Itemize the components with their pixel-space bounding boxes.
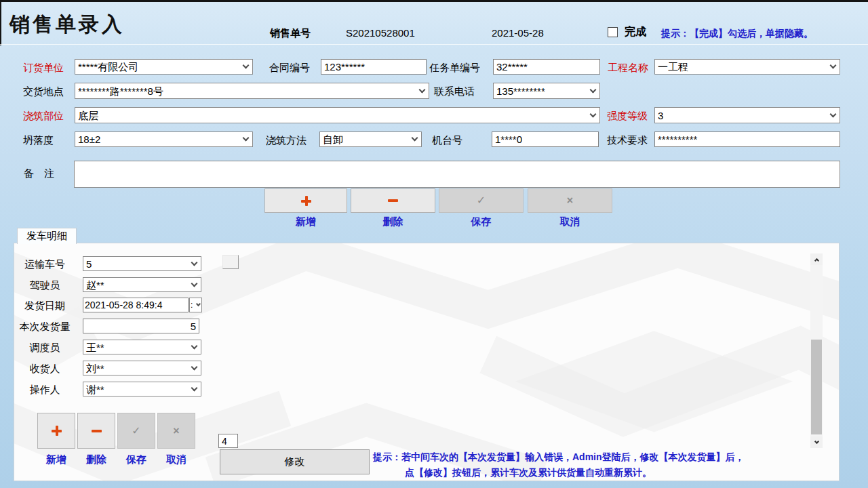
chevron-up-icon bbox=[814, 258, 818, 263]
modify-hint-line1: 提示：若中间车次的【本次发货量】输入错误，Admin登陆后，修改【本次发货量】后… bbox=[373, 451, 745, 464]
delete-trip-button-label: 删除 bbox=[77, 453, 115, 466]
done-label: 完成 bbox=[625, 25, 646, 38]
cancel-trip-button[interactable]: × bbox=[157, 413, 195, 449]
remark-label: 备 注 bbox=[24, 167, 54, 180]
chevron-down-icon bbox=[187, 340, 201, 354]
pour-part-combobox[interactable]: 底层 bbox=[75, 107, 600, 123]
order-no-label: 销售单号 bbox=[270, 26, 311, 39]
project-value: 一工程 bbox=[655, 62, 826, 72]
truck-no-label: 运输车号 bbox=[9, 258, 80, 271]
chevron-down-icon bbox=[814, 439, 818, 444]
pour-method-combobox[interactable]: 自卸 bbox=[319, 131, 422, 147]
contract-input[interactable] bbox=[321, 59, 427, 75]
phone-combobox[interactable]: 135******** bbox=[493, 83, 600, 99]
minus-icon bbox=[92, 430, 102, 432]
modify-button-label: 修改 bbox=[285, 455, 305, 468]
save-trip-button[interactable]: ✓ bbox=[117, 413, 155, 449]
check-icon: ✓ bbox=[477, 195, 486, 206]
slump-value: 18±2 bbox=[75, 134, 239, 144]
phone-value: 135******** bbox=[494, 86, 586, 96]
delete-trip-button[interactable] bbox=[77, 413, 115, 449]
customer-combobox[interactable]: *****有限公司 bbox=[75, 59, 253, 75]
qty-label: 本次发货量 bbox=[9, 321, 80, 333]
strength-value: 3 bbox=[655, 110, 826, 121]
x-icon: × bbox=[567, 195, 573, 206]
task-no-input[interactable] bbox=[493, 59, 600, 75]
tab-dispatch-detail-label: 发车明细 bbox=[26, 230, 67, 243]
driver-label: 驾驶员 bbox=[9, 279, 80, 292]
chevron-down-icon bbox=[586, 83, 599, 98]
dispatcher-label: 调度员 bbox=[9, 342, 80, 354]
operator-combobox[interactable]: 谢** bbox=[83, 382, 201, 396]
chevron-down-icon bbox=[187, 382, 201, 396]
customer-value: *****有限公司 bbox=[75, 62, 239, 72]
customer-label: 订货单位 bbox=[23, 61, 64, 74]
pour-method-label: 浇筑方法 bbox=[266, 134, 307, 146]
x-icon: × bbox=[173, 426, 179, 436]
chevron-down-icon bbox=[239, 60, 252, 74]
chevron-down-icon bbox=[187, 361, 201, 375]
ship-date-label: 发货日期 bbox=[9, 300, 80, 312]
project-combobox[interactable]: 一工程 bbox=[654, 59, 840, 75]
sales-order-entry-window: 销售单录入 销售单号 S20210528001 2021-05-28 完成 提示… bbox=[0, 0, 868, 488]
corner-button[interactable] bbox=[222, 255, 239, 269]
tech-req-input[interactable] bbox=[654, 131, 840, 147]
save-trip-button-label: 保存 bbox=[117, 453, 155, 466]
dispatcher-combobox[interactable]: 王** bbox=[83, 340, 201, 354]
delete-order-button-label: 删除 bbox=[351, 216, 435, 228]
address-value: ********路*******8号 bbox=[75, 86, 415, 96]
modify-button[interactable]: 修改 bbox=[220, 449, 370, 474]
receiver-combobox[interactable]: 刘** bbox=[83, 361, 201, 375]
chevron-down-icon bbox=[826, 108, 840, 123]
chevron-down-icon bbox=[187, 278, 201, 291]
vertical-scrollbar[interactable] bbox=[810, 253, 823, 448]
strength-combobox[interactable]: 3 bbox=[654, 107, 840, 123]
remark-textarea[interactable] bbox=[74, 161, 840, 188]
scrollbar-thumb[interactable] bbox=[811, 340, 822, 434]
tech-req-label: 技术要求 bbox=[607, 134, 648, 146]
qty-input[interactable] bbox=[83, 319, 199, 333]
done-checkbox[interactable] bbox=[608, 27, 618, 37]
chevron-down-icon bbox=[586, 108, 599, 123]
ship-date-input[interactable] bbox=[83, 298, 189, 312]
receiver-label: 收货人 bbox=[9, 363, 80, 375]
cancel-trip-button-label: 取消 bbox=[157, 453, 195, 466]
minus-icon bbox=[388, 199, 398, 202]
header-divider bbox=[0, 44, 868, 45]
cancel-order-button[interactable]: × bbox=[528, 188, 612, 213]
chevron-down-icon bbox=[187, 257, 201, 270]
machine-no-label: 机台号 bbox=[432, 134, 462, 146]
driver-combobox[interactable]: 赵** bbox=[83, 277, 201, 292]
save-order-button[interactable]: ✓ bbox=[439, 188, 524, 213]
window-left-border bbox=[0, 2, 1, 45]
scroll-up-button[interactable] bbox=[810, 253, 823, 265]
pour-part-label: 浇筑部位 bbox=[23, 109, 64, 122]
delete-order-button[interactable] bbox=[351, 188, 435, 213]
scroll-down-button[interactable] bbox=[810, 436, 823, 448]
slump-combobox[interactable]: 18±2 bbox=[75, 131, 253, 147]
order-no-value: S20210528001 bbox=[346, 26, 415, 39]
plus-icon bbox=[301, 196, 311, 206]
operator-label: 操作人 bbox=[9, 384, 80, 396]
truck-no-combobox[interactable]: 5 bbox=[83, 256, 201, 271]
add-order-button[interactable] bbox=[264, 188, 347, 213]
chevron-down-icon bbox=[195, 298, 201, 312]
add-trip-button[interactable] bbox=[37, 413, 75, 449]
operator-value: 谢** bbox=[83, 384, 187, 394]
row-index-input[interactable] bbox=[218, 434, 238, 448]
add-order-button-label: 新增 bbox=[264, 216, 347, 228]
strength-label: 强度等级 bbox=[607, 109, 648, 122]
chevron-down-icon bbox=[239, 132, 252, 146]
project-label: 工程名称 bbox=[608, 61, 648, 74]
pour-part-value: 底层 bbox=[75, 110, 586, 121]
chevron-down-icon bbox=[826, 60, 840, 74]
address-combobox[interactable]: ********路*******8号 bbox=[75, 83, 429, 99]
done-hint-text: 提示：【完成】勾选后，单据隐藏。 bbox=[661, 28, 813, 40]
machine-no-input[interactable] bbox=[492, 131, 599, 147]
ship-date-dropdown[interactable]: : bbox=[189, 298, 202, 312]
dispatcher-value: 王** bbox=[83, 342, 187, 352]
phone-label: 联系电话 bbox=[434, 85, 475, 98]
tab-dispatch-detail[interactable]: 发车明细 bbox=[17, 228, 77, 244]
order-date-value: 2021-05-28 bbox=[492, 26, 544, 39]
receiver-value: 刘** bbox=[83, 363, 187, 373]
